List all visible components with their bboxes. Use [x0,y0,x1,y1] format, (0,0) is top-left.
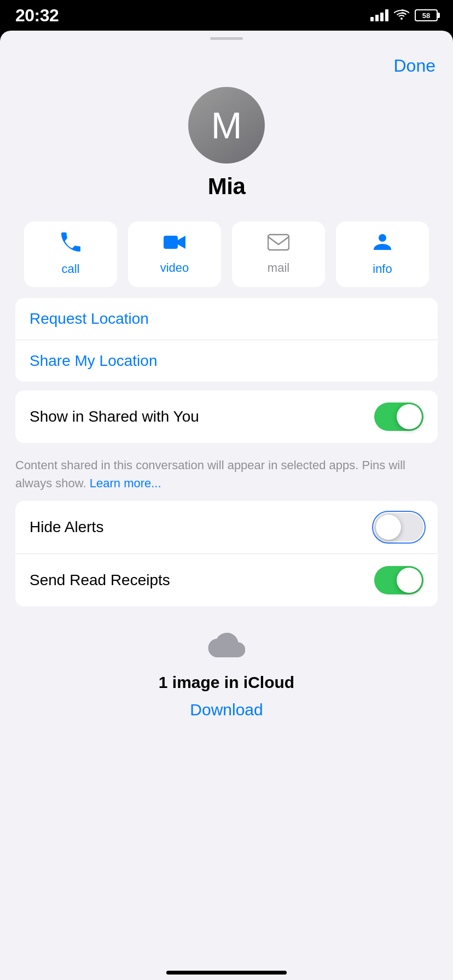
video-icon [164,234,185,255]
icloud-icon [208,632,245,664]
signal-icon [370,9,388,21]
request-location-label: Request Location [30,310,149,328]
avatar: M [188,87,265,164]
sheet-handle-bar [210,37,243,40]
contact-section: M Mia [0,81,453,216]
download-button[interactable]: Download [190,701,263,719]
hide-alerts-label: Hide Alerts [30,518,103,536]
shared-with-you-section: Show in Shared with You [15,390,438,443]
status-icons: 58 [370,8,438,23]
action-buttons-row: call video mail [0,216,453,298]
home-indicator [166,971,287,975]
request-location-row[interactable]: Request Location [15,298,438,340]
mail-label: mail [268,261,289,275]
sheet-handle [0,31,453,46]
battery-icon: 58 [415,9,438,21]
status-time: 20:32 [15,5,59,26]
mail-icon [268,234,289,255]
header-row: Done [0,46,453,81]
info-person-icon [373,232,392,256]
hide-alerts-toggle[interactable] [374,513,423,541]
wifi-icon [394,8,409,23]
learn-more-link[interactable]: Learn more... [90,476,161,490]
video-label: video [160,261,189,275]
call-label: call [61,262,79,276]
video-button[interactable]: video [128,221,221,287]
share-location-label: Share My Location [30,352,157,370]
done-button[interactable]: Done [394,56,436,76]
svg-point-2 [379,234,386,242]
shared-with-you-row: Show in Shared with You [15,390,438,443]
status-bar: 20:32 58 [0,0,453,31]
hide-alerts-row: Hide Alerts [15,501,438,553]
svg-rect-1 [268,235,289,250]
info-button[interactable]: info [336,221,429,287]
icloud-section: 1 image in iCloud Download [0,615,453,730]
shared-with-you-helper: Content shared in this conversation will… [0,452,453,501]
shared-with-you-label: Show in Shared with You [30,408,199,425]
send-read-receipts-row: Send Read Receipts [15,553,438,606]
send-read-receipts-label: Send Read Receipts [30,571,170,589]
send-read-receipts-toggle[interactable] [374,566,423,594]
location-section: Request Location Share My Location [15,298,438,382]
hide-alerts-knob [376,515,401,540]
shared-with-you-toggle[interactable] [374,402,423,431]
main-content: Done M Mia call video [0,46,453,980]
share-location-row[interactable]: Share My Location [15,340,438,382]
alerts-section: Hide Alerts Send Read Receipts [15,501,438,606]
send-read-receipts-knob [397,568,422,593]
mail-button[interactable]: mail [232,221,325,287]
contact-name: Mia [208,173,246,200]
icloud-image-count: 1 image in iCloud [159,673,294,692]
info-label: info [373,262,392,276]
svg-rect-0 [164,236,178,249]
toggle-knob [397,404,422,429]
avatar-initial: M [211,107,242,144]
call-button[interactable]: call [24,221,117,287]
phone-icon [61,232,80,256]
